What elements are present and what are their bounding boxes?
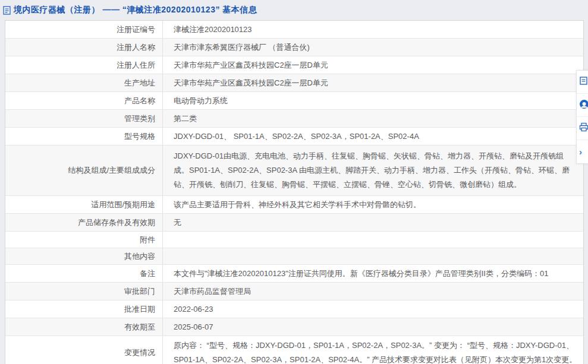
table-row: 管理类别 第二类 — [5, 110, 583, 128]
row-label: 有效期至 — [5, 318, 162, 335]
table-row: 生产地址 天津市华苑产业区鑫茂科技园C2座一层D单元 — [5, 74, 583, 92]
row-label: 生产地址 — [5, 74, 162, 91]
table-row: 结构及组成/主要组成成分 JDXY-DGD-01由电源、充电电池、动力手柄、往复… — [5, 145, 583, 196]
toolbar-info-button[interactable] — [577, 94, 588, 117]
row-label: 注册人住所 — [5, 56, 162, 74]
row-label: 其他内容 — [5, 248, 162, 264]
row-label: 结构及组成/主要组成成分 — [5, 145, 162, 195]
table-row: 适用范围/预期用途 该产品主要适用于骨科、神经外科及其它相关学科手术中对骨骼的钻… — [5, 196, 583, 214]
table-row: 注册证编号 津械注准20202010123 — [5, 21, 583, 39]
table-row: 注册人名称 天津市津东希翼医疗器械厂 （普通合伙) — [5, 39, 583, 56]
row-value: 2025-06-07 — [162, 318, 583, 335]
info-circle-icon — [579, 99, 588, 112]
row-value: 2022-06-23 — [162, 300, 583, 318]
row-value: 天津市药品监督管理局 — [162, 283, 583, 300]
row-label: 产品储存条件及有效期 — [5, 214, 162, 231]
row-label: 批准日期 — [5, 300, 162, 318]
chevron-right-icon: › — [579, 147, 582, 157]
row-value: 无 — [162, 214, 583, 231]
row-value: 原内容： “型号、规格：JDXY-DGD-01，SP01-1A，SP02-2A，… — [162, 336, 583, 364]
row-value: JDXY-DGD-01由电源、充电电池、动力手柄、往复锯、胸骨锯、矢状锯、骨钻、… — [162, 145, 583, 195]
row-value: 天津市华苑产业区鑫茂科技园C2座一层D单元 — [162, 74, 583, 91]
table-row: 审批部门 天津市药品监督管理局 — [5, 283, 583, 300]
row-value: JDXY-DGD-01、 SP01-1A、SP02-2A、SP02-3A，SP0… — [162, 128, 583, 145]
table-row: 批准日期 2022-06-23 — [5, 300, 583, 318]
toolbar-collapse-button[interactable]: › — [577, 140, 588, 163]
row-label: 附件 — [5, 232, 162, 248]
row-label: 备注 — [5, 265, 162, 282]
page: 境内医疗器械（注册） —— “津械注准20202010123” 基本信息 注册证… — [0, 0, 588, 364]
row-label: 适用范围/预期用途 — [5, 196, 162, 213]
document-icon — [2, 6, 11, 15]
row-label: 变更情况 — [5, 336, 162, 364]
table-row: 型号规格 JDXY-DGD-01、 SP01-1A、SP02-2A、SP02-3… — [5, 128, 583, 145]
page-title-bar: 境内医疗器械（注册） —— “津械注准20202010123” 基本信息 — [0, 0, 588, 20]
floating-toolbar: › — [576, 70, 588, 164]
info-table: 注册证编号 津械注准20202010123 注册人名称 天津市津东希翼医疗器械厂… — [5, 20, 584, 364]
row-label: 产品名称 — [5, 92, 162, 109]
row-value — [162, 232, 583, 248]
table-row: 附件 — [5, 232, 583, 248]
row-label: 注册证编号 — [5, 21, 162, 38]
row-value — [162, 248, 583, 264]
table-row: 其他内容 — [5, 248, 583, 265]
toolbar-copy-button[interactable] — [577, 71, 588, 94]
row-label: 管理类别 — [5, 110, 162, 127]
copy-icon — [579, 76, 588, 88]
page-title: 境内医疗器械（注册） —— “津械注准20202010123” 基本信息 — [14, 5, 257, 15]
table-row: 备注 本文件与"津械注准20202010123"注册证共同使用。新《医疗器械分类… — [5, 265, 583, 283]
row-value: 该产品主要适用于骨科、神经外科及其它相关学科手术中对骨骼的钻切。 — [162, 196, 583, 213]
row-value: 第二类 — [162, 110, 583, 127]
table-row: 产品名称 电动骨动力系统 — [5, 92, 583, 110]
row-value: 天津市华苑产业区鑫茂科技园C2座一层D单元 — [162, 56, 583, 74]
row-label: 注册人名称 — [5, 39, 162, 56]
row-value: 天津市津东希翼医疗器械厂 （普通合伙) — [162, 39, 583, 56]
row-label: 审批部门 — [5, 283, 162, 300]
printer-icon — [579, 122, 588, 134]
table-row: 有效期至 2025-06-07 — [5, 318, 583, 336]
row-value: 电动骨动力系统 — [162, 92, 583, 109]
row-value: 本文件与"津械注准20202010123"注册证共同使用。新《医疗器械分类目录》… — [162, 265, 583, 282]
row-value: 津械注准20202010123 — [162, 21, 583, 38]
toolbar-printer-button[interactable] — [577, 117, 588, 140]
row-label: 型号规格 — [5, 128, 162, 145]
table-row: 产品储存条件及有效期 无 — [5, 214, 583, 232]
table-row: 变更情况 原内容： “型号、规格：JDXY-DGD-01，SP01-1A，SP0… — [5, 336, 583, 364]
table-row: 注册人住所 天津市华苑产业区鑫茂科技园C2座一层D单元 — [5, 56, 583, 74]
